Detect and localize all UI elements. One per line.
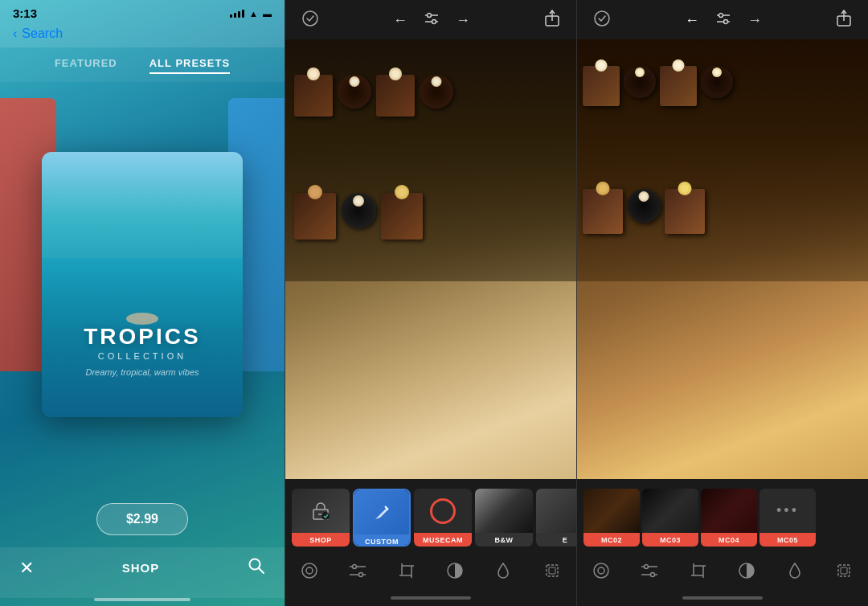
card-tagline: Dreamy, tropical, warm vibes xyxy=(42,367,243,377)
filter-shop-thumb xyxy=(292,489,350,533)
tool-crop-3[interactable] xyxy=(686,558,711,583)
check-icon-2[interactable] xyxy=(301,10,319,31)
tab-featured[interactable]: FEATURED xyxy=(55,57,117,74)
home-indicator-3 xyxy=(682,596,763,600)
filter-mc02-label: MC02 xyxy=(583,533,640,547)
forward-icon-2[interactable]: → xyxy=(456,12,470,29)
share-icon-3[interactable] xyxy=(836,10,852,31)
filter-mc04-thumb xyxy=(701,489,757,533)
filter-mc04[interactable]: MC04 xyxy=(701,489,757,547)
card-text-overlay: TROPICS COLLECTION Dreamy, tropical, war… xyxy=(42,324,243,377)
card-subtitle: COLLECTION xyxy=(42,351,243,361)
filter-mc02[interactable]: MC02 xyxy=(583,489,640,547)
tool-sliders-2[interactable] xyxy=(345,558,371,583)
adjust-icon-3[interactable] xyxy=(715,12,731,29)
back-icon-2[interactable]: ← xyxy=(393,12,407,29)
card-swimmer-figure xyxy=(126,313,158,325)
card-title: TROPICS xyxy=(42,324,243,350)
dessert-row-2 xyxy=(294,193,423,240)
forward-icon-3[interactable]: → xyxy=(747,12,762,29)
svg-point-34 xyxy=(594,563,608,578)
filter-mc03[interactable]: MC03 xyxy=(642,489,698,547)
dessert-square-large-2 xyxy=(381,193,423,240)
tool-bar-3 xyxy=(577,550,868,596)
status-icons: ▲ ▬ xyxy=(230,9,272,18)
dessert-row-1 xyxy=(294,75,453,117)
shop-button[interactable]: SHOP xyxy=(122,561,160,575)
price-button[interactable]: $2.99 xyxy=(96,503,188,535)
home-indicator xyxy=(94,598,190,601)
dessert-square-2 xyxy=(376,75,415,117)
tool-crop-2[interactable] xyxy=(394,558,420,583)
toolbar-center-2: ← → xyxy=(393,12,470,29)
status-bar: 3:13 ▲ ▬ xyxy=(0,0,285,23)
filter-custom-label: CUSTOM xyxy=(354,534,409,547)
dessert-square-1 xyxy=(294,75,333,117)
svg-point-18 xyxy=(359,573,363,577)
tool-circle-3[interactable] xyxy=(588,558,614,583)
dessert-tp-3-l1 xyxy=(596,182,610,195)
filter-custom-thumb xyxy=(354,490,409,534)
svg-rect-19 xyxy=(402,566,411,575)
filter-mc02-thumb xyxy=(583,489,640,533)
tool-bar-2 xyxy=(285,550,576,596)
nav-back-label[interactable]: Search xyxy=(22,27,63,41)
tool-expand-3[interactable] xyxy=(831,558,857,583)
dessert-round-top-1 xyxy=(349,76,359,87)
tool-expand-2[interactable] xyxy=(539,558,565,583)
filter-mc04-label: MC04 xyxy=(701,533,757,547)
tab-all-presets[interactable]: ALL PRESETS xyxy=(149,57,230,74)
tool-drop-3[interactable] xyxy=(782,558,808,583)
filter-mc05[interactable]: ••• MC05 xyxy=(760,489,816,547)
battery-icon: ▬ xyxy=(263,9,272,18)
tropics-card[interactable]: TROPICS COLLECTION Dreamy, tropical, war… xyxy=(42,152,243,417)
svg-point-13 xyxy=(302,563,317,578)
svg-point-5 xyxy=(428,14,432,18)
more-dots-icon: ••• xyxy=(776,502,799,519)
filter-area-2: SHOP CUSTOM MUSECAM xyxy=(285,479,576,606)
photo-area-3 xyxy=(577,39,868,479)
filter-e[interactable]: E xyxy=(536,489,576,547)
search-button[interactable] xyxy=(248,557,265,579)
dessert-rd-3-2 xyxy=(701,66,733,98)
close-button[interactable]: ✕ xyxy=(19,558,34,579)
bottom-bar: ✕ SHOP xyxy=(0,547,285,598)
check-icon-3[interactable] xyxy=(593,10,611,31)
dessert-top-l2 xyxy=(395,185,409,199)
tool-tone-2[interactable] xyxy=(442,558,468,583)
filter-musecam-label: MUSECAM xyxy=(414,533,472,547)
tool-sliders-3[interactable] xyxy=(637,558,662,583)
toolbar-right-2 xyxy=(544,10,560,31)
svg-point-14 xyxy=(306,567,313,574)
filter-bw[interactable]: B&W xyxy=(475,489,533,547)
filter-musecam-thumb xyxy=(414,489,472,533)
dessert-round-1 xyxy=(338,75,371,109)
tool-circle-2[interactable] xyxy=(297,558,322,583)
tool-drop-2[interactable] xyxy=(490,558,516,583)
svg-line-1 xyxy=(259,568,264,573)
share-icon-2[interactable] xyxy=(544,10,560,31)
adjust-icon-2[interactable] xyxy=(424,12,440,29)
photo-editor-panel-3: ← → xyxy=(576,0,868,606)
toolbar-left-2 xyxy=(301,10,319,31)
card-image xyxy=(42,152,243,417)
filter-shop-label: SHOP xyxy=(292,533,350,547)
tool-tone-3[interactable] xyxy=(734,558,760,583)
filter-bw-label: B&W xyxy=(475,533,533,547)
filter-mc05-label: MC05 xyxy=(760,533,816,547)
signal-bar-3 xyxy=(238,11,240,18)
filter-e-label: E xyxy=(536,533,576,547)
svg-rect-25 xyxy=(547,565,558,576)
back-arrow-icon[interactable]: ‹ xyxy=(13,27,17,41)
filter-custom[interactable]: CUSTOM xyxy=(353,489,411,547)
filter-area-3: MC02 MC03 MC04 ••• MC05 xyxy=(577,479,868,606)
signal-bar-2 xyxy=(234,13,236,18)
back-icon-3[interactable]: ← xyxy=(685,12,699,29)
svg-point-39 xyxy=(651,573,655,577)
filter-mc03-label: MC03 xyxy=(642,533,698,547)
filter-musecam[interactable]: MUSECAM xyxy=(414,489,472,547)
photo-editor-panel-2: ← → xyxy=(285,0,576,606)
filter-shop[interactable]: SHOP xyxy=(292,489,350,547)
home-indicator-2 xyxy=(391,596,471,600)
toolbar-left-3 xyxy=(593,10,611,31)
